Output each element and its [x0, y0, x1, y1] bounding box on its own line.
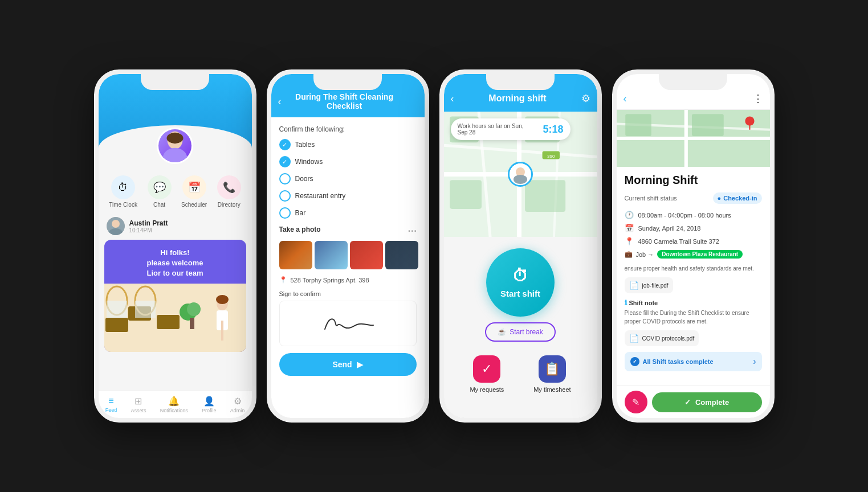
address-text: 4860 Carmela Trail Suite 372 — [638, 238, 719, 245]
svg-text:390: 390 — [547, 154, 555, 159]
nav-icon-chat[interactable]: 💬 Chat — [148, 175, 172, 208]
profile-icon: 👤 — [203, 396, 215, 407]
checklist-item-windows[interactable]: ✓ Windows — [279, 156, 417, 167]
svg-point-2 — [167, 133, 184, 144]
send-button[interactable]: Send ▶ — [279, 353, 417, 376]
svg-rect-41 — [691, 114, 723, 136]
complete-button[interactable]: ✓ Complete — [652, 392, 762, 412]
checkbox-tables[interactable]: ✓ — [279, 139, 291, 150]
coffee-icon: ☕ — [498, 328, 506, 336]
photo-3[interactable] — [350, 241, 383, 269]
menu-icon[interactable]: ⋮ — [753, 92, 763, 105]
bottom-nav-profile-label: Profile — [202, 408, 217, 413]
chevron-right-icon: › — [753, 356, 756, 367]
checkbox-restaurant-entry[interactable] — [279, 190, 291, 202]
map-pin — [508, 162, 533, 187]
location-pin-icon: 📍 — [279, 276, 287, 284]
shift-detail-footer: ✎ ✓ Complete — [617, 386, 770, 418]
signature-svg — [313, 309, 382, 338]
bottom-nav-profile[interactable]: 👤 Profile — [202, 396, 217, 413]
my-requests-item[interactable]: ✓ My requests — [470, 355, 504, 393]
my-requests-icon: ✓ — [473, 355, 500, 383]
my-requests-label: My requests — [470, 386, 504, 393]
notifications-icon: 🔔 — [168, 396, 180, 407]
photo-more-icon[interactable]: ⋯ — [407, 226, 417, 236]
bottom-nav-admin[interactable]: ⚙ Admin — [230, 396, 245, 413]
svg-rect-30 — [525, 180, 565, 212]
tasks-complete-row[interactable]: ✓ All Shift tasks complete › — [625, 352, 762, 371]
location-row: 📍 528 Torphy Springs Apt. 398 — [279, 276, 417, 284]
back-button[interactable]: ‹ — [278, 96, 282, 108]
svg-rect-13 — [135, 301, 156, 318]
work-hours-chip: Work hours so far on Sun, Sep 28 5:18 — [451, 118, 570, 140]
bottom-nav-admin-label: Admin — [230, 408, 245, 413]
map-view: 390 Work hours so far on Sun, Sep 28 5:1… — [444, 112, 597, 237]
shift-note-section: ℹ Shift note Please fill the During the … — [625, 299, 762, 346]
phone1-header — [99, 74, 252, 148]
file-chip-1[interactable]: 📄 job-file.pdf — [625, 277, 673, 293]
clock-icon: 🕐 — [625, 211, 634, 219]
sign-label: Sign to confirm — [279, 290, 417, 297]
checklist-item-bar[interactable]: Bar — [279, 207, 417, 219]
user-row: Austin Pratt 10:14PM — [99, 212, 252, 240]
checkbox-windows[interactable]: ✓ — [279, 156, 291, 167]
checklist-label-tables: Tables — [295, 141, 315, 149]
work-hours-time: 5:18 — [543, 124, 564, 136]
edit-button[interactable]: ✎ — [625, 391, 647, 413]
work-hours-label: Work hours so far on Sun, Sep 28 — [458, 123, 532, 136]
date-row: 📅 Sunday, April 24, 2018 — [625, 224, 762, 232]
start-shift-button[interactable]: ⏱ Start shift — [486, 248, 555, 317]
svg-point-4 — [112, 220, 120, 228]
bottom-nav-feed[interactable]: ≡ Feed — [105, 396, 117, 413]
start-break-button[interactable]: ☕ Start break — [485, 322, 556, 342]
admin-icon: ⚙ — [234, 396, 242, 407]
status-value: Checked-in — [723, 195, 757, 202]
info-icon: ℹ — [625, 299, 627, 306]
time-range-row: 🕐 08:00am - 04:00pm - 08:00 hours — [625, 211, 762, 219]
my-timesheet-item[interactable]: 📋 My timesheet — [533, 355, 570, 393]
nav-icon-scheduler[interactable]: 📅 Scheduler — [181, 175, 207, 208]
checklist-item-tables[interactable]: ✓ Tables — [279, 139, 417, 150]
svg-point-1 — [163, 148, 188, 164]
user-name: Austin Pratt — [129, 219, 168, 227]
checklist-item-restaurant-entry[interactable]: Restaurant entry — [279, 190, 417, 202]
photo-4[interactable] — [385, 241, 418, 269]
checklist-body: Confirm the following: ✓ Tables ✓ Window… — [271, 117, 425, 418]
bottom-nav-notifications[interactable]: 🔔 Notifications — [160, 396, 188, 413]
nav-icon-directory-label: Directory — [218, 202, 241, 208]
signature-area[interactable] — [279, 301, 417, 346]
nav-icon-time-clock[interactable]: ⏱ Time Clock — [109, 175, 137, 208]
photo-1[interactable] — [279, 241, 312, 269]
tasks-check-icon: ✓ — [630, 357, 639, 366]
bottom-actions-row: ✓ My requests 📋 My timesheet — [444, 351, 597, 397]
back-button-3[interactable]: ‹ — [451, 93, 454, 105]
phone-4-shift-detail: ‹ ⋮ Morning Shift — [612, 69, 775, 423]
svg-rect-29 — [450, 180, 482, 209]
checkbox-doors[interactable] — [279, 173, 291, 184]
file-chip-2[interactable]: 📄 COVID protocols.pdf — [625, 330, 699, 346]
bottom-nav-feed-label: Feed — [105, 407, 117, 413]
my-timesheet-label: My timesheet — [533, 386, 570, 393]
nav-icon-directory[interactable]: 📞 Directory — [217, 175, 241, 208]
back-button-4[interactable]: ‹ — [624, 93, 627, 105]
svg-point-35 — [514, 175, 527, 184]
date-text: Sunday, April 24, 2018 — [638, 225, 701, 232]
settings-icon[interactable]: ⚙ — [581, 92, 590, 105]
phone-1-feed: ⏱ Time Clock 💬 Chat 📅 Scheduler — [94, 69, 256, 423]
checkbox-bar[interactable] — [279, 207, 291, 219]
file-name-2: COVID protocols.pdf — [642, 335, 695, 342]
svg-rect-40 — [625, 114, 651, 136]
user-time: 10:14PM — [129, 227, 168, 233]
photo-2[interactable] — [315, 241, 348, 269]
description-text: ensure proper health and safety standard… — [625, 264, 762, 273]
complete-label: Complete — [695, 398, 729, 407]
timeclock-title: Morning shift — [488, 93, 546, 104]
complete-check-icon: ✓ — [684, 398, 691, 407]
map-thumb-svg — [617, 110, 770, 167]
bottom-nav-assets[interactable]: ⊞ Assets — [131, 396, 146, 413]
checklist-item-doors[interactable]: Doors — [279, 173, 417, 184]
my-timesheet-icon: 📋 — [539, 355, 566, 383]
svg-rect-7 — [105, 318, 128, 332]
avatar — [157, 128, 193, 164]
svg-rect-12 — [107, 301, 127, 318]
